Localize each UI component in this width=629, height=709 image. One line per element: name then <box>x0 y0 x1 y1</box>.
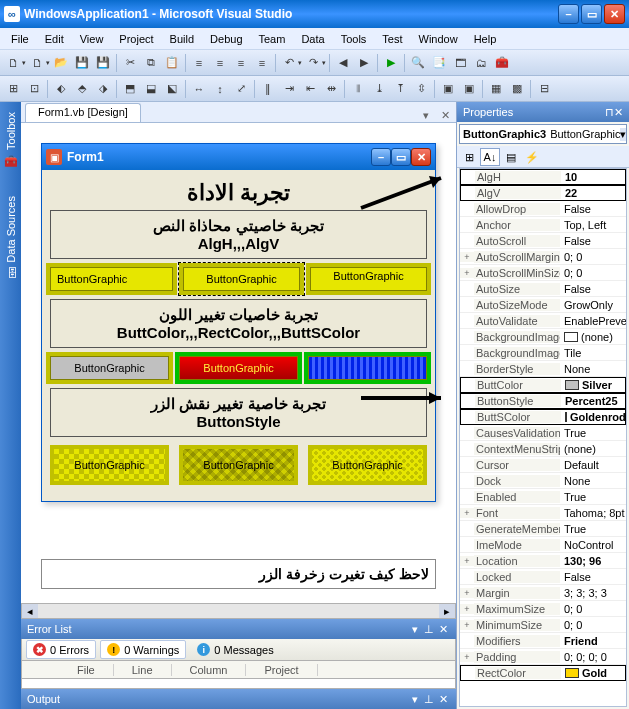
menu-help[interactable]: Help <box>467 31 504 47</box>
prop-row-cursor[interactable]: CursorDefault <box>460 457 626 473</box>
close-button[interactable]: ✕ <box>604 4 625 24</box>
vspace-dec-icon[interactable]: ⤒ <box>390 79 410 99</box>
align-right-icon[interactable]: ≡ <box>231 53 251 73</box>
prop-row-minimumsize[interactable]: +MinimumSize0; 0 <box>460 617 626 633</box>
menu-test[interactable]: Test <box>375 31 409 47</box>
form-maximize-button[interactable]: ▭ <box>391 148 411 166</box>
expand-icon[interactable]: + <box>460 588 474 598</box>
menu-project[interactable]: Project <box>112 31 160 47</box>
copy-icon[interactable]: ⧉ <box>141 53 161 73</box>
menu-build[interactable]: Build <box>163 31 201 47</box>
prop-value[interactable]: 0; 0 <box>560 251 626 263</box>
align-m-icon[interactable]: ⬓ <box>141 79 161 99</box>
prop-row-locked[interactable]: LockedFalse <box>460 569 626 585</box>
errorlist-header[interactable]: Error List ▾ ⊥ ✕ <box>21 619 456 639</box>
prop-value[interactable]: False <box>560 283 626 295</box>
prop-value[interactable]: None <box>560 475 626 487</box>
prop-value[interactable]: 130; 96 <box>560 555 626 567</box>
prop-row-modifiers[interactable]: ModifiersFriend <box>460 633 626 649</box>
button-graphic-6[interactable] <box>308 356 427 380</box>
prop-row-location[interactable]: +Location130; 96 <box>460 553 626 569</box>
prop-row-buttonstyle[interactable]: ButtonStylePercent25 <box>460 393 626 409</box>
prop-row-backgroundimage[interactable]: BackgroundImage(none) <box>460 329 626 345</box>
prop-value[interactable]: True <box>560 523 626 535</box>
grid-icon[interactable]: ⊞ <box>3 79 23 99</box>
properties-header[interactable]: Properties ⊓ ✕ <box>457 102 629 122</box>
toolbox-icon[interactable]: 🧰 <box>492 53 512 73</box>
prop-row-allowdrop[interactable]: AllowDropFalse <box>460 201 626 217</box>
prop-row-enabled[interactable]: EnabledTrue <box>460 489 626 505</box>
prop-value[interactable]: 10 <box>561 171 625 183</box>
errcol-line[interactable]: Line <box>114 664 172 676</box>
menu-data[interactable]: Data <box>294 31 331 47</box>
prop-value[interactable]: 0; 0; 0; 0 <box>560 651 626 663</box>
chevron-down-icon[interactable]: ▾ <box>620 128 626 141</box>
output-dropdown-icon[interactable]: ▾ <box>408 693 422 706</box>
prop-value[interactable]: Gold <box>561 667 625 679</box>
new-file-icon[interactable]: 🗋 <box>27 53 47 73</box>
menu-debug[interactable]: Debug <box>203 31 249 47</box>
prop-row-dock[interactable]: DockNone <box>460 473 626 489</box>
errcol-project[interactable]: Project <box>246 664 317 676</box>
prop-row-buttcolor[interactable]: ButtColorSilver <box>460 377 626 393</box>
expand-icon[interactable]: + <box>460 652 474 662</box>
prop-row-autosizemode[interactable]: AutoSizeModeGrowOnly <box>460 297 626 313</box>
props-pin-icon[interactable]: ⊓ <box>605 106 614 119</box>
save-all-icon[interactable]: 💾 <box>93 53 113 73</box>
bring-front-icon[interactable]: ▦ <box>486 79 506 99</box>
align-center-icon[interactable]: ≡ <box>210 53 230 73</box>
size-both-icon[interactable]: ⤢ <box>231 79 251 99</box>
form-close-button[interactable]: ✕ <box>411 148 431 166</box>
cut-icon[interactable]: ✂ <box>120 53 140 73</box>
prop-value[interactable]: False <box>560 571 626 583</box>
hspace-dec-icon[interactable]: ⇤ <box>300 79 320 99</box>
prop-row-autovalidate[interactable]: AutoValidateEnablePrevent <box>460 313 626 329</box>
design-surface[interactable]: ▣ Form1 – ▭ ✕ تجربة الاداة تجربة خاصيتي … <box>21 123 456 619</box>
events-icon[interactable]: ⚡ <box>522 148 542 166</box>
prop-row-buttscolor[interactable]: ButtSColorGoldenrod <box>460 409 626 425</box>
tab-close-icon[interactable]: ✕ <box>435 109 456 122</box>
prop-value[interactable]: 0; 0 <box>560 267 626 279</box>
prop-value[interactable]: Percent25 <box>561 395 625 407</box>
expand-icon[interactable]: + <box>460 268 474 278</box>
snap-icon[interactable]: ⊡ <box>24 79 44 99</box>
prop-value[interactable]: 22 <box>561 187 625 199</box>
prop-row-maximumsize[interactable]: +MaximumSize0; 0 <box>460 601 626 617</box>
prop-row-borderstyle[interactable]: BorderStyleNone <box>460 361 626 377</box>
errorlist-pin-icon[interactable]: ⊥ <box>422 623 436 636</box>
center-h-icon[interactable]: ▣ <box>438 79 458 99</box>
prop-row-anchor[interactable]: AnchorTop, Left <box>460 217 626 233</box>
align-l-icon[interactable]: ⬖ <box>51 79 71 99</box>
prop-value[interactable]: Friend <box>560 635 626 647</box>
prop-row-font[interactable]: +FontTahoma; 8pt <box>460 505 626 521</box>
errorlist-close-icon[interactable]: ✕ <box>436 623 450 636</box>
props-close-icon[interactable]: ✕ <box>614 106 623 119</box>
align-b-icon[interactable]: ⬕ <box>162 79 182 99</box>
button-graphic-1[interactable]: ButtonGraphic <box>50 267 173 291</box>
button-graphic-4[interactable]: ButtonGraphic <box>50 356 169 380</box>
object-browser-icon[interactable]: 🗂 <box>471 53 491 73</box>
alphabetical-icon[interactable]: A↓ <box>480 148 500 166</box>
vspace-inc-icon[interactable]: ⤓ <box>369 79 389 99</box>
size-w-icon[interactable]: ↔ <box>189 79 209 99</box>
prop-row-margin[interactable]: +Margin3; 3; 3; 3 <box>460 585 626 601</box>
align-t-icon[interactable]: ⬒ <box>120 79 140 99</box>
prop-value[interactable]: Goldenrod <box>561 411 625 423</box>
menu-window[interactable]: Window <box>412 31 465 47</box>
expand-icon[interactable]: + <box>460 252 474 262</box>
expand-icon[interactable]: + <box>460 604 474 614</box>
button-graphic-3[interactable]: ButtonGraphic <box>310 267 427 291</box>
prop-value[interactable]: Tile <box>560 347 626 359</box>
prop-value[interactable]: (none) <box>560 331 626 343</box>
properties-grid[interactable]: AlgH10AlgV22AllowDropFalseAnchorTop, Lef… <box>459 168 627 707</box>
menu-view[interactable]: View <box>73 31 111 47</box>
prop-row-autoscrollmargin[interactable]: +AutoScrollMargin0; 0 <box>460 249 626 265</box>
sidebar-data-sources[interactable]: 🗄Data Sources <box>2 192 20 285</box>
properties-object-selector[interactable]: ButtonGraphic3 ButtonGraphic ▾ <box>459 124 627 144</box>
prop-value[interactable]: 3; 3; 3; 3 <box>560 587 626 599</box>
send-back-icon[interactable]: ▩ <box>507 79 527 99</box>
prop-row-imemode[interactable]: ImeModeNoControl <box>460 537 626 553</box>
button-graphic-9[interactable]: ButtonGraphic <box>308 445 427 485</box>
tab-dropdown-icon[interactable]: ▾ <box>417 109 435 122</box>
menu-team[interactable]: Team <box>252 31 293 47</box>
